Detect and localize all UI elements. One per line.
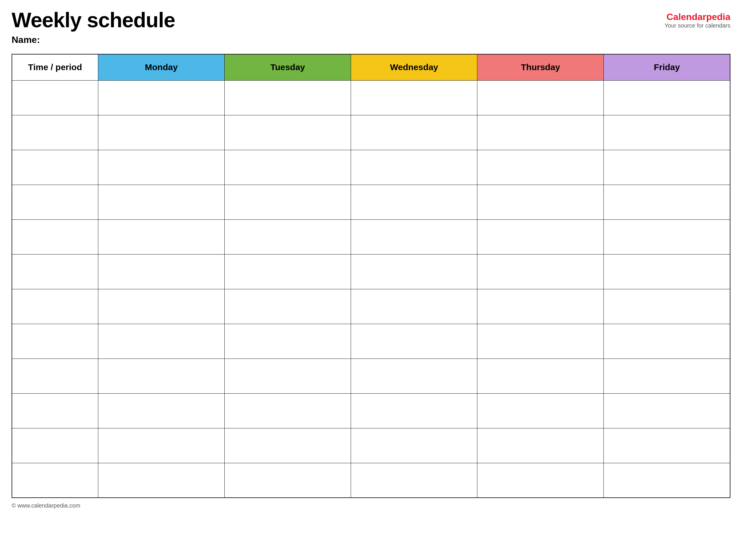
- cell-row11-col3[interactable]: [351, 463, 477, 498]
- cell-row11-col0[interactable]: [12, 463, 98, 498]
- cell-row4-col0[interactable]: [12, 219, 98, 254]
- cell-row6-col2[interactable]: [224, 289, 351, 324]
- col-header-wednesday: Wednesday: [351, 54, 477, 80]
- cell-row10-col5[interactable]: [604, 428, 730, 463]
- cell-row9-col5[interactable]: [604, 393, 730, 428]
- cell-row6-col1[interactable]: [98, 289, 224, 324]
- schedule-body: [12, 80, 730, 498]
- cell-row2-col0[interactable]: [12, 150, 98, 185]
- cell-row3-col1[interactable]: [98, 185, 224, 219]
- logo-text: Calendarpedia: [666, 12, 730, 22]
- cell-row7-col3[interactable]: [351, 324, 477, 359]
- cell-row1-col2[interactable]: [224, 115, 351, 150]
- cell-row1-col4[interactable]: [477, 115, 604, 150]
- cell-row4-col1[interactable]: [98, 219, 224, 254]
- cell-row10-col1[interactable]: [98, 428, 224, 463]
- table-row: [12, 150, 730, 185]
- table-row: [12, 80, 730, 115]
- title-area: Weekly schedule: [12, 9, 665, 32]
- cell-row5-col1[interactable]: [98, 254, 224, 289]
- page-title: Weekly schedule: [12, 9, 665, 32]
- page-header: Weekly schedule Calendarpedia Your sourc…: [12, 9, 730, 32]
- cell-row9-col1[interactable]: [98, 393, 224, 428]
- cell-row3-col5[interactable]: [604, 185, 730, 219]
- cell-row11-col4[interactable]: [477, 463, 604, 498]
- cell-row6-col5[interactable]: [604, 289, 730, 324]
- cell-row10-col4[interactable]: [477, 428, 604, 463]
- cell-row9-col3[interactable]: [351, 393, 477, 428]
- cell-row5-col2[interactable]: [224, 254, 351, 289]
- cell-row7-col0[interactable]: [12, 324, 98, 359]
- cell-row10-col0[interactable]: [12, 428, 98, 463]
- cell-row8-col4[interactable]: [477, 359, 604, 393]
- cell-row2-col1[interactable]: [98, 150, 224, 185]
- footer-url: © www.calendarpedia.com: [12, 502, 80, 509]
- name-label: Name:: [12, 35, 730, 45]
- cell-row5-col5[interactable]: [604, 254, 730, 289]
- cell-row6-col0[interactable]: [12, 289, 98, 324]
- cell-row8-col2[interactable]: [224, 359, 351, 393]
- cell-row9-col2[interactable]: [224, 393, 351, 428]
- logo-tagline: Your source for calendars: [665, 22, 730, 29]
- cell-row7-col1[interactable]: [98, 324, 224, 359]
- cell-row5-col4[interactable]: [477, 254, 604, 289]
- cell-row0-col3[interactable]: [351, 80, 477, 115]
- cell-row3-col4[interactable]: [477, 185, 604, 219]
- cell-row1-col5[interactable]: [604, 115, 730, 150]
- cell-row5-col3[interactable]: [351, 254, 477, 289]
- col-header-time: Time / period: [12, 54, 98, 80]
- table-row: [12, 185, 730, 219]
- cell-row4-col5[interactable]: [604, 219, 730, 254]
- cell-row10-col3[interactable]: [351, 428, 477, 463]
- schedule-table: Time / period Monday Tuesday Wednesday T…: [12, 54, 730, 498]
- logo-black: Calendar: [666, 12, 706, 22]
- cell-row4-col3[interactable]: [351, 219, 477, 254]
- cell-row4-col4[interactable]: [477, 219, 604, 254]
- cell-row3-col3[interactable]: [351, 185, 477, 219]
- cell-row0-col0[interactable]: [12, 80, 98, 115]
- cell-row2-col3[interactable]: [351, 150, 477, 185]
- cell-row0-col4[interactable]: [477, 80, 604, 115]
- table-row: [12, 428, 730, 463]
- logo-area: Calendarpedia Your source for calendars: [665, 9, 730, 29]
- cell-row7-col2[interactable]: [224, 324, 351, 359]
- table-row: [12, 359, 730, 393]
- cell-row5-col0[interactable]: [12, 254, 98, 289]
- cell-row9-col4[interactable]: [477, 393, 604, 428]
- cell-row4-col2[interactable]: [224, 219, 351, 254]
- col-header-tuesday: Tuesday: [224, 54, 351, 80]
- cell-row7-col4[interactable]: [477, 324, 604, 359]
- cell-row2-col2[interactable]: [224, 150, 351, 185]
- cell-row8-col1[interactable]: [98, 359, 224, 393]
- table-row: [12, 289, 730, 324]
- cell-row1-col0[interactable]: [12, 115, 98, 150]
- col-header-thursday: Thursday: [477, 54, 604, 80]
- table-row: [12, 254, 730, 289]
- logo-red: pedia: [706, 12, 730, 22]
- table-row: [12, 219, 730, 254]
- col-header-friday: Friday: [604, 54, 730, 80]
- cell-row2-col5[interactable]: [604, 150, 730, 185]
- cell-row10-col2[interactable]: [224, 428, 351, 463]
- cell-row3-col0[interactable]: [12, 185, 98, 219]
- table-row: [12, 115, 730, 150]
- cell-row11-col5[interactable]: [604, 463, 730, 498]
- cell-row0-col5[interactable]: [604, 80, 730, 115]
- cell-row11-col2[interactable]: [224, 463, 351, 498]
- cell-row6-col4[interactable]: [477, 289, 604, 324]
- cell-row0-col1[interactable]: [98, 80, 224, 115]
- cell-row2-col4[interactable]: [477, 150, 604, 185]
- cell-row1-col1[interactable]: [98, 115, 224, 150]
- cell-row1-col3[interactable]: [351, 115, 477, 150]
- cell-row0-col2[interactable]: [224, 80, 351, 115]
- cell-row9-col0[interactable]: [12, 393, 98, 428]
- col-header-monday: Monday: [98, 54, 224, 80]
- cell-row8-col0[interactable]: [12, 359, 98, 393]
- cell-row7-col5[interactable]: [604, 324, 730, 359]
- cell-row6-col3[interactable]: [351, 289, 477, 324]
- cell-row3-col2[interactable]: [224, 185, 351, 219]
- footer: © www.calendarpedia.com: [12, 502, 730, 509]
- cell-row8-col5[interactable]: [604, 359, 730, 393]
- cell-row8-col3[interactable]: [351, 359, 477, 393]
- cell-row11-col1[interactable]: [98, 463, 224, 498]
